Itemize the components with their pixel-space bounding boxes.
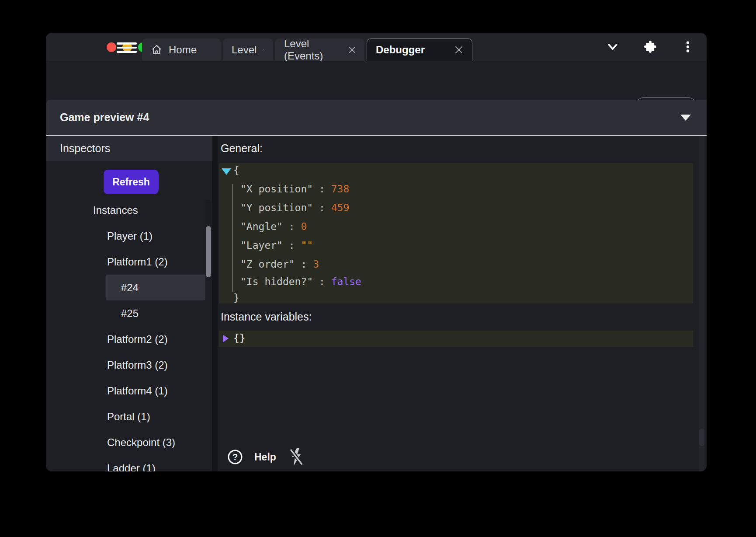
tree-item-ladder-1[interactable]: Ladder (1) xyxy=(46,455,212,471)
expander-open-icon[interactable] xyxy=(222,168,231,175)
tab-label: Level xyxy=(232,44,257,56)
json-indent-guide xyxy=(232,184,233,292)
tree-item-label: Platform3 (2) xyxy=(107,359,168,371)
json-colon: : xyxy=(313,276,331,287)
instance-variables-panel: {} xyxy=(219,331,693,347)
sidebar-scrollbar-thumb[interactable] xyxy=(206,226,211,277)
tree-item-label: Checkpoint (3) xyxy=(107,436,175,449)
json-brace: } xyxy=(233,292,239,305)
json-entry-z-order: "Z order" : 3 xyxy=(240,258,319,272)
inspectors-header-label: Inspectors xyxy=(60,142,110,155)
tree-item-platform3-2[interactable]: Platform3 (2) xyxy=(46,352,212,378)
caret-down-icon xyxy=(680,115,691,121)
help-row: ? Help xyxy=(227,447,305,467)
general-section-label: General: xyxy=(221,142,263,155)
json-entry-layer: "Layer" : "" xyxy=(240,240,313,253)
main-scrollbar-track[interactable] xyxy=(699,136,704,471)
screen: HomeLevel Level (Events) Debugger xyxy=(0,0,756,537)
game-preview-selector[interactable]: Game preview #4 xyxy=(46,100,707,136)
json-key: "Angle" xyxy=(240,221,283,232)
expander-closed-icon[interactable] xyxy=(223,335,229,342)
tree-item-instances[interactable]: Instances xyxy=(46,197,212,223)
json-colon: : xyxy=(313,202,331,213)
json-value[interactable]: 738 xyxy=(331,183,350,195)
home-icon xyxy=(151,44,163,56)
tree-item-label: Ladder (1) xyxy=(107,462,156,472)
tab-label: Home xyxy=(169,44,197,56)
tree-item-label: Platform4 (1) xyxy=(107,385,168,397)
json-value[interactable]: "" xyxy=(301,240,313,251)
tree-item-24[interactable]: #24 xyxy=(46,275,212,300)
json-entry-x-position: "X position" : 738 xyxy=(240,183,349,196)
chevron-down-icon[interactable] xyxy=(606,40,619,53)
app-window: HomeLevel Level (Events) Debugger xyxy=(46,33,707,471)
tree-item-label: #25 xyxy=(121,307,139,320)
json-value[interactable]: 0 xyxy=(301,221,307,232)
tree-item-label: Player (1) xyxy=(107,230,153,242)
inspectors-header: Inspectors xyxy=(46,136,212,161)
sidebar-divider xyxy=(212,136,218,471)
json-value[interactable]: false xyxy=(331,276,361,287)
tree-item-25[interactable]: #25 xyxy=(46,300,212,326)
tab-strip: HomeLevel Level (Events) Debugger xyxy=(142,38,475,61)
game-preview-title: Game preview #4 xyxy=(60,100,149,135)
json-value[interactable]: 3 xyxy=(313,258,319,270)
debugger-content: Inspectors Refresh InstancesPlayer (1)Pl… xyxy=(46,136,707,471)
inspectors-sidebar: Inspectors Refresh InstancesPlayer (1)Pl… xyxy=(46,136,212,471)
tab-level[interactable]: Level xyxy=(223,38,273,61)
close-tab-icon[interactable] xyxy=(263,45,264,54)
close-tab-icon[interactable] xyxy=(348,45,356,54)
instance-variables-value[interactable]: {} xyxy=(233,332,246,345)
json-key: "Is hidden?" xyxy=(240,276,313,287)
json-colon: : xyxy=(313,183,331,195)
json-value[interactable]: 459 xyxy=(331,202,350,213)
tab-label: Debugger xyxy=(376,44,425,56)
tab-debugger[interactable]: Debugger xyxy=(367,38,472,61)
tree-item-label: Platform1 (2) xyxy=(107,256,168,268)
tree-item-portal-1[interactable]: Portal (1) xyxy=(46,404,212,429)
tree-item-label: Portal (1) xyxy=(107,411,150,423)
instance-inspector: General: {"X position" : 738"Y position"… xyxy=(218,136,707,471)
tree-item-label: #24 xyxy=(121,282,139,294)
instance-variables-label: Instance variables: xyxy=(221,310,312,323)
close-window-button[interactable] xyxy=(107,42,116,52)
extensions-puzzle-icon[interactable] xyxy=(644,40,657,53)
json-colon: : xyxy=(295,258,313,270)
svg-text:?: ? xyxy=(232,452,238,462)
help-question-icon[interactable]: ? xyxy=(227,449,243,465)
json-colon: : xyxy=(283,221,301,232)
json-brace: { xyxy=(233,164,239,178)
json-key: "X position" xyxy=(240,183,313,195)
tab-bar: HomeLevel Level (Events) Debugger xyxy=(46,33,707,61)
tree-item-label: Platform2 (2) xyxy=(107,333,168,345)
main-menu-icon[interactable] xyxy=(117,42,137,53)
tree-item-label: Instances xyxy=(93,204,138,216)
debugger-toolbar: Pause xyxy=(46,61,707,100)
tab-label: Level (Events) xyxy=(284,38,342,62)
json-entry-is-hidden: "Is hidden?" : false xyxy=(240,276,361,289)
flash-off-icon[interactable] xyxy=(288,447,305,467)
tab-level-events[interactable]: Level (Events) xyxy=(275,38,364,61)
json-entry-angle: "Angle" : 0 xyxy=(240,221,307,234)
tree-item-platform1-2[interactable]: Platform1 (2) xyxy=(46,249,212,275)
tree-item-platform2-2[interactable]: Platform2 (2) xyxy=(46,326,212,352)
help-label[interactable]: Help xyxy=(254,451,276,463)
json-key: "Layer" xyxy=(240,240,283,251)
main-scrollbar-thumb[interactable] xyxy=(699,429,704,446)
json-colon: : xyxy=(283,240,301,251)
tree-item-player-1[interactable]: Player (1) xyxy=(46,223,212,249)
close-tab-icon[interactable] xyxy=(454,45,463,54)
tree-item-platform4-1[interactable]: Platform4 (1) xyxy=(46,378,212,404)
refresh-button[interactable]: Refresh xyxy=(104,170,159,194)
kebab-menu-icon[interactable] xyxy=(681,40,694,53)
json-entry-y-position: "Y position" : 459 xyxy=(240,202,349,215)
tabbar-right-icons xyxy=(606,33,694,61)
json-key: "Y position" xyxy=(240,202,313,213)
json-key: "Z order" xyxy=(240,258,295,270)
general-json-panel: {"X position" : 738"Y position" : 459"An… xyxy=(219,163,693,303)
tab-home[interactable]: Home xyxy=(142,38,221,61)
tree-item-checkpoint-3[interactable]: Checkpoint (3) xyxy=(46,429,212,455)
